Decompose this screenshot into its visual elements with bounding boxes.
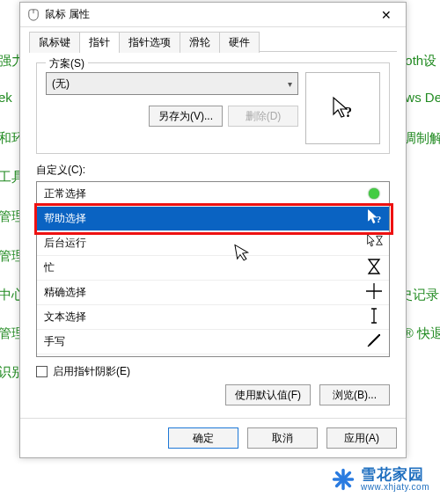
cursor-row-2[interactable]: 后台运行 bbox=[37, 231, 389, 256]
apply-button[interactable]: 应用(A) bbox=[326, 427, 397, 449]
cancel-button[interactable]: 取消 bbox=[247, 427, 318, 449]
close-icon[interactable]: ✕ bbox=[369, 4, 404, 26]
pointer-shadow-checkbox[interactable] bbox=[36, 366, 48, 377]
ibeam-icon bbox=[366, 308, 382, 327]
scheme-group-label: 方案(S) bbox=[46, 56, 88, 71]
snowflake-icon bbox=[331, 467, 356, 492]
use-default-button[interactable]: 使用默认值(F) bbox=[225, 384, 311, 405]
chevron-down-icon: ▾ bbox=[288, 79, 292, 89]
cursor-row-6[interactable]: 手写 bbox=[37, 330, 389, 354]
pen-icon bbox=[366, 332, 382, 352]
customize-label: 自定义(C): bbox=[36, 163, 390, 178]
cursor-row-label: 后台运行 bbox=[44, 236, 366, 251]
green-dot-icon bbox=[366, 186, 382, 202]
svg-text:?: ? bbox=[345, 105, 352, 120]
svg-text:?: ? bbox=[377, 213, 381, 223]
mouse-properties-dialog: 鼠标 属性 ✕ 鼠标键指针指针选项滑轮硬件 方案(S) (无) ▾ 另存为(V)… bbox=[19, 2, 407, 458]
browse-button[interactable]: 浏览(B)... bbox=[319, 384, 390, 405]
cursor-row-1[interactable]: 帮助选择? bbox=[37, 207, 389, 231]
cursor-row-label: 正常选择 bbox=[44, 186, 366, 201]
watermark: 雪花家园 www.xhjaty.com bbox=[331, 467, 429, 492]
tab-3[interactable]: 滑轮 bbox=[180, 32, 220, 53]
titlebar[interactable]: 鼠标 属性 ✕ bbox=[20, 3, 406, 27]
cursor-row-3[interactable]: 忙 bbox=[37, 256, 389, 281]
cursor-row-label: 忙 bbox=[44, 260, 366, 275]
hourglass-icon bbox=[366, 259, 382, 278]
cursor-row-label: 文本选择 bbox=[44, 310, 366, 325]
cursor-row-label: 手写 bbox=[44, 334, 366, 349]
tab-2[interactable]: 指针选项 bbox=[119, 32, 180, 53]
tab-1[interactable]: 指针 bbox=[79, 32, 120, 53]
cursor-row-label: 精确选择 bbox=[44, 285, 366, 300]
cursor-row-label: 帮助选择 bbox=[44, 211, 366, 226]
tab-0[interactable]: 鼠标键 bbox=[29, 32, 80, 53]
ok-button[interactable]: 确定 bbox=[168, 427, 238, 449]
tab-4[interactable]: 硬件 bbox=[219, 32, 260, 53]
save-as-button[interactable]: 另存为(V)... bbox=[149, 106, 223, 127]
cursor-row-0[interactable]: 正常选择 bbox=[37, 182, 389, 207]
scheme-group: 方案(S) (无) ▾ 另存为(V)... 删除(D) ? bbox=[36, 62, 390, 154]
arrow-hourglass-icon bbox=[366, 233, 382, 254]
background-link[interactable]: ek bbox=[0, 90, 12, 105]
pointer-shadow-label: 启用指针阴影(E) bbox=[53, 364, 130, 379]
scheme-select-value: (无) bbox=[52, 77, 70, 91]
scheme-select[interactable]: (无) ▾ bbox=[46, 72, 298, 95]
tab-strip: 鼠标键指针指针选项滑轮硬件 bbox=[29, 31, 397, 52]
cursor-preview: ? bbox=[305, 72, 380, 144]
mouse-icon bbox=[27, 9, 40, 21]
cursor-row-4[interactable]: 精确选择 bbox=[37, 281, 389, 305]
cross-icon bbox=[366, 283, 382, 303]
watermark-url: www.xhjaty.com bbox=[361, 483, 429, 493]
watermark-title: 雪花家园 bbox=[361, 467, 429, 483]
cursor-row-5[interactable]: 文本选择 bbox=[37, 305, 389, 330]
cursor-listbox[interactable]: 正常选择帮助选择?后台运行忙精确选择文本选择手写 bbox=[36, 181, 390, 357]
arrow-help-icon: ? bbox=[366, 208, 382, 230]
delete-button: 删除(D) bbox=[228, 106, 298, 127]
window-title: 鼠标 属性 bbox=[45, 7, 369, 22]
